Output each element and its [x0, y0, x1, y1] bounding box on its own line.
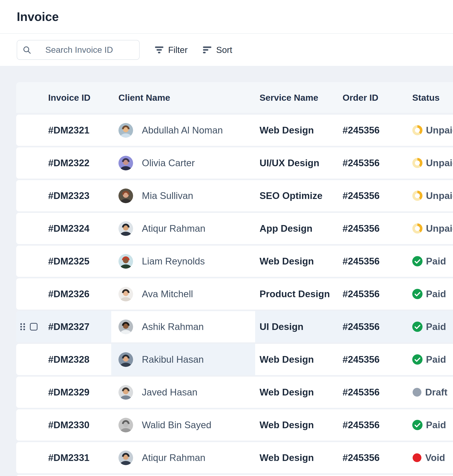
- service-name: Web Design: [260, 452, 314, 463]
- order-id-cell: #245356: [339, 180, 404, 211]
- status-badge: Paid: [426, 419, 446, 431]
- service-name: Web Design: [260, 125, 314, 136]
- client-name: Liam Reynolds: [142, 256, 205, 267]
- invoice-id-cell: #DM2323: [16, 180, 111, 211]
- service-cell: Web Design: [255, 442, 339, 473]
- order-id-cell: #245356: [339, 311, 404, 342]
- invoice-table: Invoice ID Client Name Service Name Orde…: [16, 82, 453, 476]
- client-cell: Atiqur Rahman: [111, 213, 255, 244]
- service-name: Web Design: [260, 354, 314, 365]
- sort-button-label: Sort: [216, 45, 232, 55]
- drag-handle-icon[interactable]: [20, 323, 25, 331]
- service-name: SEO Optimize: [260, 190, 323, 201]
- content-area: Invoice ID Client Name Service Name Orde…: [0, 66, 453, 476]
- status-badge: Paid: [426, 354, 446, 365]
- invoice-id: #DM2327: [48, 321, 90, 332]
- order-id-cell: #245356: [339, 344, 404, 375]
- avatar: [118, 320, 133, 334]
- avatar: [118, 418, 133, 432]
- service-cell: UI/UX Design: [255, 147, 339, 179]
- filter-button[interactable]: Filter: [155, 45, 188, 55]
- status-cell: Paid: [404, 311, 453, 342]
- table-row[interactable]: #DM2329 Javed Hasan Web Design #245356 D…: [16, 377, 453, 408]
- row-checkbox[interactable]: [30, 323, 37, 331]
- invoice-id-cell: #DM2321: [16, 115, 111, 146]
- column-header-status[interactable]: Status: [404, 92, 453, 103]
- status-cell: Paid: [404, 409, 453, 440]
- invoice-id-cell: #DM2328: [16, 344, 111, 375]
- status-badge: Paid: [426, 288, 446, 299]
- invoice-id-cell: #DM2324: [16, 213, 111, 244]
- client-name: Rakibul Hasan: [142, 354, 204, 365]
- status-cell: Paid: [404, 344, 453, 375]
- order-id: #245356: [343, 190, 380, 201]
- status-cell: Draft: [404, 377, 453, 408]
- client-cell: Abdullah Al Noman: [111, 115, 255, 146]
- table-header: Invoice ID Client Name Service Name Orde…: [16, 82, 453, 113]
- client-name: Ashik Rahman: [142, 321, 204, 332]
- service-name: UI/UX Design: [260, 157, 319, 169]
- draft-dot-icon: [412, 387, 422, 397]
- table-body: #DM2321 Abdullah Al Noman Web Design #24…: [16, 115, 453, 473]
- table-row[interactable]: #DM2323 Mia Sullivan SEO Optimize #24535…: [16, 180, 453, 211]
- table-row[interactable]: #DM2327 Ashik Rahman UI Design #245356 P…: [16, 311, 453, 342]
- order-id: #245356: [343, 256, 380, 267]
- table-row[interactable]: #DM2325 Liam Reynolds Web Design #245356…: [16, 246, 453, 277]
- order-id-cell: #245356: [339, 213, 404, 244]
- table-row-partial: [16, 475, 453, 476]
- table-row[interactable]: #DM2322 Olivia Carter UI/UX Design #2453…: [16, 147, 453, 179]
- search-input-wrapper[interactable]: [17, 40, 140, 60]
- table-row[interactable]: #DM2331 Atiqur Rahman Web Design #245356…: [16, 442, 453, 473]
- service-cell: Product Design: [255, 278, 339, 310]
- order-id-cell: #245356: [339, 147, 404, 179]
- invoice-id: #DM2326: [48, 288, 90, 299]
- order-id-cell: #245356: [339, 278, 404, 310]
- avatar: [118, 385, 133, 400]
- client-name: Atiqur Rahman: [142, 223, 205, 234]
- order-id-cell: #245356: [339, 115, 404, 146]
- table-row[interactable]: #DM2328 Rakibul Hasan Web Design #245356…: [16, 344, 453, 375]
- column-header-client-name[interactable]: Client Name: [111, 92, 255, 103]
- sort-button[interactable]: Sort: [203, 45, 232, 55]
- table-row[interactable]: #DM2330 Walid Bin Sayed Web Design #2453…: [16, 409, 453, 440]
- unpaid-donut-icon: [412, 125, 423, 135]
- filter-button-label: Filter: [168, 45, 188, 55]
- paid-check-icon: [412, 354, 423, 365]
- paid-check-icon: [412, 256, 423, 266]
- order-id-cell: #245356: [339, 409, 404, 440]
- search-input[interactable]: [17, 40, 140, 60]
- client-cell: Mia Sullivan: [111, 180, 255, 211]
- client-name: Walid Bin Sayed: [142, 419, 211, 431]
- table-row[interactable]: #DM2321 Abdullah Al Noman Web Design #24…: [16, 115, 453, 146]
- column-header-service-name[interactable]: Service Name: [255, 92, 339, 103]
- invoice-id: #DM2331: [48, 452, 90, 463]
- status-cell: Paid: [404, 246, 453, 277]
- order-id: #245356: [343, 452, 380, 463]
- unpaid-donut-icon: [412, 223, 423, 234]
- paid-check-icon: [412, 289, 423, 299]
- invoice-id: #DM2322: [48, 157, 90, 169]
- status-cell: Unpaid: [404, 147, 453, 179]
- table-row[interactable]: #DM2326 Ava Mitchell Product Design #245…: [16, 278, 453, 310]
- service-name: Web Design: [260, 387, 314, 398]
- status-badge: Unpaid: [426, 157, 453, 169]
- order-id-cell: #245356: [339, 442, 404, 473]
- order-id: #245356: [343, 223, 380, 234]
- service-name: Product Design: [260, 288, 330, 299]
- avatar: [118, 352, 133, 367]
- service-cell: Web Design: [255, 344, 339, 375]
- invoice-id: #DM2321: [48, 125, 90, 136]
- status-badge: Unpaid: [426, 125, 453, 136]
- page-title: Invoice: [17, 10, 59, 24]
- service-cell: App Design: [255, 213, 339, 244]
- column-header-invoice-id[interactable]: Invoice ID: [16, 92, 111, 103]
- table-row[interactable]: #DM2324 Atiqur Rahman App Design #245356…: [16, 213, 453, 244]
- client-cell: Ashik Rahman: [111, 311, 255, 342]
- status-cell: Void: [404, 442, 453, 473]
- service-cell: SEO Optimize: [255, 180, 339, 211]
- status-cell: Paid: [404, 278, 453, 310]
- avatar: [118, 156, 133, 171]
- status-badge: Void: [425, 452, 445, 463]
- order-id: #245356: [343, 125, 380, 136]
- column-header-order-id[interactable]: Order ID: [339, 92, 404, 103]
